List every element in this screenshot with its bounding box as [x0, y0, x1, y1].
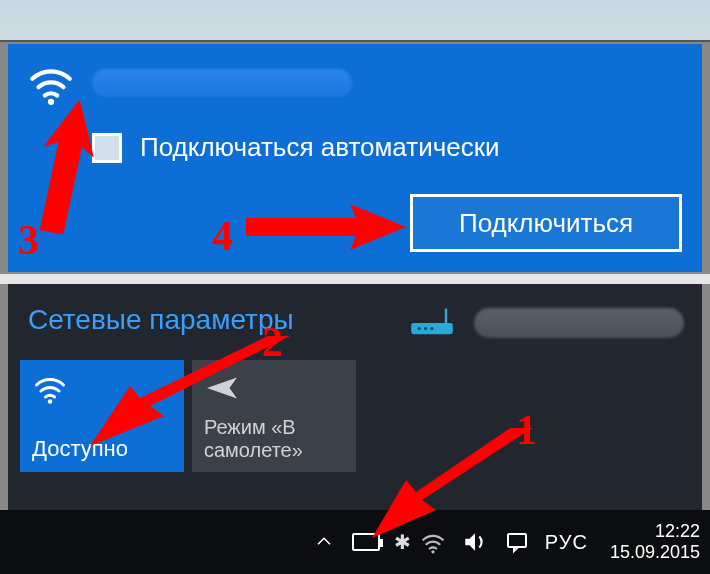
svg-point-6: [48, 399, 53, 404]
airplane-mode-tile[interactable]: Режим «В самолете»: [192, 360, 356, 472]
clock-date: 15.09.2015: [610, 542, 700, 563]
battery-icon[interactable]: [352, 528, 380, 556]
network-unavailable-asterisk: ✱: [394, 530, 411, 554]
router-name-redacted: [474, 308, 684, 338]
section-divider: [0, 274, 710, 284]
wifi-network-flyout: Подключаться автоматически Подключиться: [8, 44, 702, 272]
wifi-icon: [32, 370, 68, 406]
wifi-tile-label: Доступно: [32, 436, 172, 462]
desktop-background-strip: [0, 0, 710, 42]
svg-rect-8: [508, 534, 526, 547]
svg-point-0: [48, 99, 54, 105]
action-center-icon[interactable]: [503, 528, 531, 556]
tray-overflow-chevron-icon[interactable]: [310, 528, 338, 556]
input-language-indicator[interactable]: РУС: [545, 531, 588, 554]
router-icon: [408, 306, 456, 340]
taskbar: ✱ РУС 12:22 15.09.2015: [0, 510, 710, 574]
clock-time: 12:22: [610, 521, 700, 542]
svg-point-2: [418, 327, 421, 330]
connect-button-label: Подключиться: [459, 208, 633, 239]
svg-point-4: [430, 327, 433, 330]
connect-button[interactable]: Подключиться: [410, 194, 682, 252]
network-ssid-redacted: [92, 69, 352, 97]
network-entry[interactable]: [26, 58, 684, 108]
svg-rect-5: [445, 309, 447, 323]
svg-point-3: [424, 327, 427, 330]
wifi-tile[interactable]: Доступно: [20, 360, 184, 472]
connected-router-row[interactable]: [408, 306, 684, 340]
svg-point-7: [431, 550, 434, 553]
wifi-signal-icon: [26, 58, 76, 108]
auto-connect-label: Подключаться автоматически: [140, 132, 500, 163]
network-tray-icon[interactable]: [419, 528, 447, 556]
taskbar-clock[interactable]: 12:22 15.09.2015: [610, 521, 700, 562]
network-settings-panel: Сетевые параметры Доступно: [8, 284, 702, 510]
airplane-tile-label: Режим «В самолете»: [204, 416, 344, 462]
auto-connect-checkbox[interactable]: [92, 133, 122, 163]
volume-icon[interactable]: [461, 528, 489, 556]
airplane-icon: [204, 370, 240, 406]
